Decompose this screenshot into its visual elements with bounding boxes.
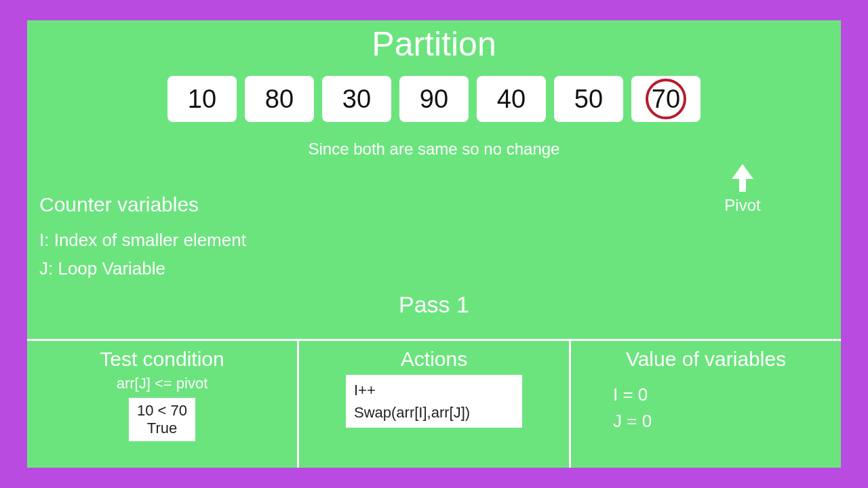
counter-variables: Counter variables I: Index of smaller el… xyxy=(39,188,246,283)
array-cell: 40 xyxy=(477,76,546,122)
pass-label: Pass 1 xyxy=(27,291,841,318)
pivot-marker: Pivot xyxy=(709,164,776,215)
col-test-condition: Test condition arr[J] <= pivot 10 < 70 T… xyxy=(27,341,299,468)
counter-heading: Counter variables xyxy=(39,188,246,221)
test-box-line2: True xyxy=(137,420,187,437)
actions-heading: Actions xyxy=(309,348,559,371)
arrow-stem xyxy=(739,178,746,192)
array-cell: 30 xyxy=(322,76,391,122)
actions-box-line1: I++ xyxy=(354,379,514,401)
counter-line-i: I: Index of smaller element xyxy=(39,226,246,255)
actions-box: I++ Swap(arr[I],arr[J]) xyxy=(346,375,522,428)
col-actions: Actions I++ Swap(arr[I],arr[J]) xyxy=(299,341,571,468)
vars-values: I = 0 J = 0 xyxy=(580,382,831,434)
page-title: Partition xyxy=(27,20,841,64)
vars-line-j: J = 0 xyxy=(613,408,831,434)
array-cell-pivot: 70 xyxy=(631,76,701,122)
counter-line-j: J: Loop Variable xyxy=(39,255,246,283)
col-variable-values: Value of variables I = 0 J = 0 xyxy=(571,341,841,468)
test-subtext: arr[J] <= pivot xyxy=(37,375,288,392)
test-box: 10 < 70 True xyxy=(129,398,195,441)
status-message: Since both are same so no change xyxy=(27,140,841,159)
pivot-circle: 70 xyxy=(646,79,686,119)
bottom-row: Test condition arr[J] <= pivot 10 < 70 T… xyxy=(27,339,841,468)
array-cell: 90 xyxy=(399,76,469,122)
arrow-up-icon xyxy=(732,164,753,179)
array-cell: 80 xyxy=(245,76,314,122)
array-row: 10 80 30 90 40 50 70 xyxy=(27,76,841,122)
test-box-line1: 10 < 70 xyxy=(137,402,187,420)
pivot-label: Pivot xyxy=(709,196,776,215)
vars-line-i: I = 0 xyxy=(613,382,831,408)
diagram-panel: Partition 10 80 30 90 40 50 70 Pivot Sin… xyxy=(27,20,841,468)
test-heading: Test condition xyxy=(37,348,288,371)
actions-box-line2: Swap(arr[I],arr[J]) xyxy=(354,401,514,424)
array-cell: 50 xyxy=(554,76,623,122)
vars-heading: Value of variables xyxy=(580,348,831,371)
array-cell: 10 xyxy=(167,76,237,122)
